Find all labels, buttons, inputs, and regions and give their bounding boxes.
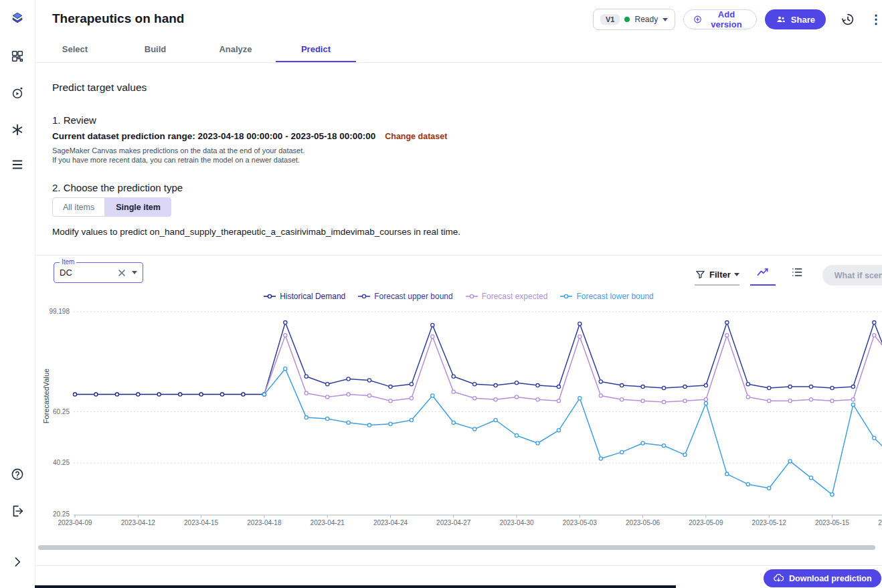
item-select[interactable]: Item DC [54, 262, 143, 283]
series-historical-demand [73, 393, 266, 396]
status-label: Ready [634, 15, 658, 24]
review-heading: 1. Review [52, 114, 96, 126]
filter-button[interactable]: Filter [695, 269, 739, 286]
workflow-tabs: Select Build Analyze Predict [35, 37, 882, 63]
legend-label: Forecast upper bound [374, 292, 452, 301]
status-ready-dot [624, 17, 630, 22]
single-item-option[interactable]: Single item [105, 197, 171, 217]
add-version-label: Add version [706, 9, 747, 29]
page-title: Therapeutics on hand [52, 11, 184, 26]
signout-icon[interactable] [9, 503, 25, 519]
legend-label: Historical Demand [280, 292, 345, 301]
legend-marker-icon [559, 293, 573, 300]
svg-text:2023-05-09: 2023-05-09 [689, 519, 723, 526]
item-select-label: Item [60, 258, 76, 266]
svg-text:2023-04-15: 2023-04-15 [184, 519, 219, 526]
svg-text:2023-04-27: 2023-04-27 [436, 519, 471, 526]
legend-item[interactable]: Forecast upper bound [357, 292, 452, 301]
legend-marker-icon [357, 293, 371, 300]
chart-horizontal-scrollbar[interactable] [38, 545, 875, 550]
add-version-button[interactable]: Add version [683, 9, 757, 29]
all-items-option[interactable]: All items [52, 197, 105, 217]
legend-item[interactable]: Forecast expected [465, 292, 548, 301]
version-badge: V1 [600, 14, 620, 25]
section-divider [35, 255, 882, 256]
tab-select[interactable]: Select [35, 37, 115, 62]
version-selector[interactable]: V1 Ready [593, 9, 675, 30]
bottom-scrollbar-thumb[interactable] [35, 585, 676, 588]
prediction-type-toggle: All items Single item [52, 197, 171, 217]
forecast-chart-canvas: 99.19860.2540.2520.252023-04-092023-04-1… [35, 302, 882, 533]
expand-panel-chevron-icon[interactable] [9, 554, 25, 570]
forecast-chart-svg: 99.19860.2540.2520.252023-04-092023-04-1… [35, 302, 882, 533]
svg-text:2023-04-18: 2023-04-18 [247, 519, 282, 526]
svg-text:99.198: 99.198 [49, 308, 70, 315]
help-icon[interactable] [9, 466, 25, 482]
svg-text:2023-04-09: 2023-04-09 [58, 519, 92, 526]
legend-item[interactable]: Forecast lower bound [559, 292, 653, 301]
legend-marker-icon [263, 293, 276, 300]
filter-label: Filter [709, 270, 731, 280]
legend-label: Forecast lower bound [576, 292, 653, 301]
version-caret-icon [663, 18, 668, 21]
tab-predict[interactable]: Predict [276, 37, 356, 62]
prediction-range-text: Current dataset prediction range: 2023-0… [52, 131, 375, 141]
ready-to-use-models-icon[interactable] [9, 85, 25, 101]
svg-text:2023-05-15: 2023-05-15 [815, 519, 850, 526]
svg-text:20.25: 20.25 [53, 510, 70, 518]
dataset-note-line2: If you have more recent data, you can re… [52, 156, 300, 164]
table-view-toggle[interactable] [786, 266, 808, 286]
jobs-list-icon[interactable] [9, 157, 25, 173]
download-prediction-button[interactable]: Download prediction [764, 569, 881, 587]
tab-analyze[interactable]: Analyze [195, 37, 276, 62]
section-title: Predict target values [52, 82, 147, 94]
svg-text:2023-05-12: 2023-05-12 [752, 519, 787, 526]
svg-text:2023-04-21: 2023-04-21 [311, 519, 345, 526]
footer-divider [35, 565, 882, 566]
series-forecast-expected [262, 334, 882, 404]
svg-text:2023-05-18: 2023-05-18 [878, 519, 882, 526]
what-if-scenarios-button[interactable]: What if scenarios [822, 265, 882, 286]
chart-view-toggle[interactable] [750, 266, 776, 286]
y-axis-label: ForecastedValue [42, 369, 50, 423]
chart-legend: Historical DemandForecast upper boundFor… [35, 292, 882, 301]
cloud-download-icon [773, 573, 784, 584]
legend-marker-icon [465, 293, 478, 300]
line-chart-icon [756, 266, 770, 279]
change-dataset-link[interactable]: Change dataset [385, 132, 447, 141]
filter-funnel-icon [695, 269, 706, 280]
prediction-type-heading: 2. Choose the prediction type [52, 182, 183, 193]
legend-label: Forecast expected [482, 292, 548, 301]
dataset-note-line1: SageMaker Canvas makes predictions on th… [52, 146, 304, 155]
people-icon [776, 14, 786, 25]
sidebar [0, 0, 35, 588]
more-options-icon[interactable]: ⋮ [870, 12, 882, 27]
item-dropdown-caret-icon[interactable] [132, 271, 137, 274]
clear-item-icon[interactable] [117, 268, 126, 278]
svg-text:60.25: 60.25 [53, 408, 70, 415]
chart-view-controls: Filter What if scenarios [695, 265, 882, 286]
sagemaker-canvas-logo[interactable] [9, 9, 25, 25]
svg-text:2023-05-03: 2023-05-03 [563, 519, 598, 526]
header-controls: V1 Ready Add version Share ⋮ [593, 9, 882, 30]
svg-text:2023-04-24: 2023-04-24 [373, 519, 408, 526]
svg-text:40.25: 40.25 [53, 459, 70, 466]
prediction-range-row: Current dataset prediction range: 2023-0… [52, 131, 447, 141]
svg-text:2023-04-12: 2023-04-12 [121, 519, 156, 526]
history-icon[interactable] [841, 12, 855, 27]
x-axis: 2023-04-092023-04-122023-04-152023-04-18… [58, 515, 882, 526]
item-select-value: DC [60, 268, 117, 278]
logo-icon [9, 9, 25, 26]
modify-values-text: Modify values to predict on_hand_supply_… [52, 227, 460, 237]
applications-icon[interactable] [9, 48, 25, 64]
legend-item[interactable]: Historical Demand [263, 292, 345, 301]
tab-build[interactable]: Build [115, 37, 195, 62]
svg-text:2023-04-30: 2023-04-30 [499, 519, 534, 526]
share-button[interactable]: Share [765, 9, 826, 29]
share-label: Share [791, 15, 815, 25]
plus-circle-icon [693, 14, 702, 25]
filter-caret-icon [734, 273, 739, 276]
my-models-icon[interactable] [9, 122, 25, 138]
svg-text:2023-05-06: 2023-05-06 [626, 519, 660, 526]
list-view-icon [790, 266, 804, 279]
